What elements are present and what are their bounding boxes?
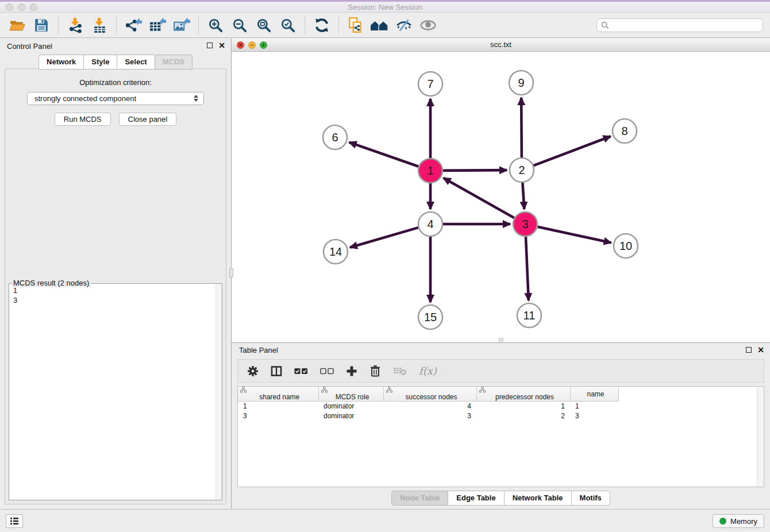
column-header-mcds-role[interactable]: MCDS role [318,387,383,402]
graph-edge-1-2[interactable] [443,170,507,171]
table-cell[interactable]: 1 [570,402,618,411]
run-mcds-button[interactable]: Run MCDS [55,113,111,126]
result-scrollbar[interactable] [215,284,222,500]
graph-node-15[interactable]: 15 [418,305,442,329]
close-panel-icon[interactable]: ✕ [757,347,764,353]
graph-edge-2-3[interactable] [522,183,524,209]
delete-table-icon[interactable] [393,366,407,376]
open-session-button[interactable] [7,16,28,35]
zoom-in-icon [207,17,224,33]
table-cell[interactable]: 3 [383,411,476,421]
graph-node-14[interactable]: 14 [324,240,348,264]
network-minimize-icon[interactable]: − [248,41,256,49]
table-cell[interactable]: 1 [238,402,318,411]
table-cell[interactable]: 1 [476,402,570,411]
splitter-handle[interactable] [499,338,503,342]
graph-edge-2-8[interactable] [534,136,611,165]
graph-node-11[interactable]: 11 [517,303,541,327]
window-traffic-lights[interactable] [6,3,37,11]
table-scrollbar[interactable] [757,387,764,487]
table-row[interactable]: 3dominator323 [238,411,618,421]
table-tabs: Node TableEdge TableNetwork TableMotifs [232,487,770,509]
window-close-icon[interactable] [6,3,13,11]
zoom-out-button[interactable] [229,16,250,35]
save-icon [34,18,49,33]
column-header-predecessor-nodes[interactable]: predecessor nodes [476,387,570,402]
graph-node-7[interactable]: 7 [418,72,442,96]
tab-node-table[interactable]: Node Table [391,491,448,506]
export-network-button[interactable] [123,16,144,35]
graph-edge-4-14[interactable] [350,228,418,248]
delete-column-icon[interactable] [369,365,381,377]
export-table-button[interactable] [147,16,168,35]
graph-node-4[interactable]: 4 [418,212,442,236]
graph-node-3[interactable]: 3 [513,212,537,236]
window-zoom-icon[interactable] [30,3,37,11]
memory-button[interactable]: Memory [713,514,764,528]
task-history-button[interactable] [6,514,23,528]
import-network-button[interactable] [65,16,86,35]
graph-edge-2-9[interactable] [521,98,522,157]
graph-edge-1-6[interactable] [349,142,419,167]
optimization-criterion-select[interactable]: strongly connected component [27,92,204,105]
function-builder-icon[interactable]: f(x) [419,365,437,377]
tab-mcds[interactable]: MCDS [155,55,192,70]
tab-network-table[interactable]: Network Table [504,491,572,506]
table-cell[interactable]: 3 [238,411,318,421]
zoom-in-button[interactable] [205,16,226,35]
tab-style[interactable]: Style [83,55,117,70]
deselect-all-checkboxes-icon[interactable] [320,367,334,375]
zoom-selected-button[interactable] [278,16,298,35]
network-canvas[interactable]: 7968124314101511 [232,52,770,342]
graph-node-2[interactable]: 2 [510,158,534,182]
add-column-icon[interactable] [346,365,357,377]
graph-node-8[interactable]: 8 [613,119,637,143]
graph-edge-3-11[interactable] [526,237,529,300]
tab-select[interactable]: Select [117,55,155,70]
refresh-button[interactable] [311,16,332,35]
graph-node-1[interactable]: 1 [418,159,442,183]
show-all-networks-button[interactable] [369,16,390,35]
show-graphics-details-button[interactable] [418,16,438,35]
table-cell[interactable]: 4 [383,402,476,411]
window-minimize-icon[interactable] [18,3,25,11]
tab-edge-table[interactable]: Edge Table [448,491,504,506]
table-cell[interactable]: 3 [570,411,618,421]
table-cell[interactable]: dominator [318,402,383,411]
close-panel-button[interactable]: Close panel [119,113,177,126]
graph-edge-3-1[interactable] [444,178,514,218]
table-cell[interactable]: 2 [476,411,570,421]
memory-label: Memory [730,517,757,526]
tab-motifs[interactable]: Motifs [571,491,610,506]
zoom-selected-icon [280,17,296,33]
search-field[interactable] [596,18,763,32]
clone-network-button[interactable] [345,16,366,35]
column-header-successor-nodes[interactable]: successor nodes [383,387,476,402]
hide-graphics-details-button[interactable] [394,16,414,35]
graph-node-10[interactable]: 10 [614,234,638,258]
table-cell[interactable]: dominator [318,411,383,421]
tab-network[interactable]: Network [38,55,84,70]
network-maximize-icon[interactable]: + [260,41,267,49]
import-table-button[interactable] [89,16,110,35]
select-all-checkboxes-icon[interactable] [294,367,308,375]
column-header-shared-name[interactable]: shared name [238,387,318,402]
float-panel-icon[interactable] [746,347,752,353]
split-columns-icon[interactable] [271,365,282,377]
save-session-button[interactable] [31,16,52,35]
table-row[interactable]: 1dominator411 [238,402,618,411]
search-input[interactable] [612,20,759,30]
network-graph[interactable]: 7968124314101511 [232,52,769,342]
graph-node-9[interactable]: 9 [509,71,533,95]
graph-node-label: 15 [424,311,437,323]
zoom-fit-button[interactable] [253,16,274,35]
graph-edge-3-10[interactable] [537,227,611,243]
float-panel-icon[interactable] [207,43,213,48]
network-close-icon[interactable]: ✕ [237,41,244,49]
close-panel-icon[interactable]: ✕ [218,43,225,48]
graph-node-6[interactable]: 6 [323,125,347,149]
settings-gear-icon[interactable] [247,365,259,377]
column-header-name[interactable]: name [570,387,618,402]
splitter-handle[interactable] [229,268,233,277]
export-image-button[interactable] [171,16,192,35]
